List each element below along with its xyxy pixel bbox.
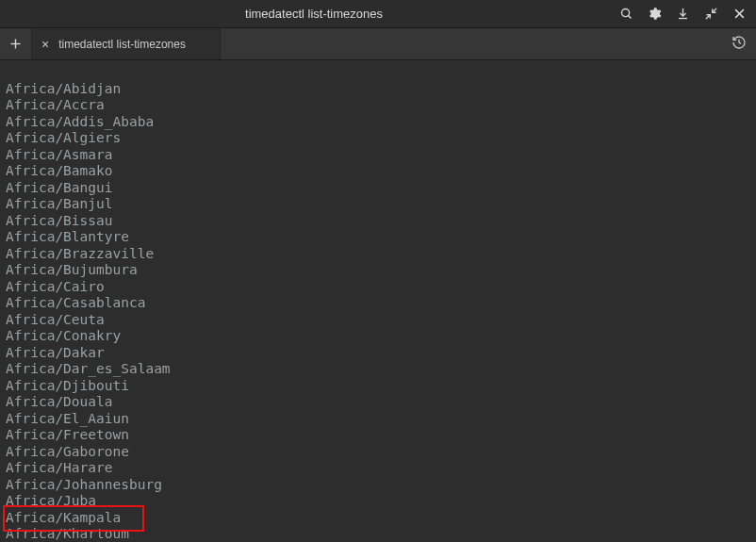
output-line: Africa/Addis_Ababa — [6, 114, 154, 129]
tab-bar: × timedatectl list-timezones — [0, 28, 756, 60]
output-line: Africa/Brazzaville — [6, 246, 154, 261]
output-line: Africa/Gaborone — [6, 444, 129, 459]
output-line: Africa/Conakry — [6, 328, 121, 343]
new-tab-button[interactable] — [0, 28, 32, 59]
output-line: Africa/Douala — [6, 394, 113, 409]
search-icon[interactable] — [618, 7, 633, 22]
terminal-output[interactable]: Africa/Abidjan Africa/Accra Africa/Addis… — [0, 60, 756, 542]
output-line: Africa/Ceuta — [6, 312, 105, 327]
output-line: Africa/Dar_es_Salaam — [6, 361, 171, 376]
output-line: Africa/El_Aaiun — [6, 411, 129, 426]
output-line: Africa/Harare — [6, 460, 113, 475]
output-line: Africa/Algiers — [6, 130, 121, 145]
output-line: Africa/Asmara — [6, 147, 113, 162]
window-title: timedatectl list-timezones — [9, 7, 618, 21]
titlebar-controls — [618, 7, 747, 22]
output-line: Africa/Bangui — [6, 180, 113, 195]
output-line: Africa/Casablanca — [6, 295, 145, 310]
output-line: Africa/Bamako — [6, 163, 113, 178]
output-line: Africa/Blantyre — [6, 229, 129, 244]
output-line: Africa/Khartoum — [6, 526, 129, 541]
close-icon[interactable] — [731, 7, 747, 22]
tabbar-right — [731, 28, 756, 59]
tab-active[interactable]: × timedatectl list-timezones — [32, 28, 221, 59]
output-line: Africa/Djibouti — [6, 378, 129, 393]
minimize-icon[interactable] — [703, 7, 718, 22]
output-line: Africa/Kampala — [6, 510, 121, 525]
svg-point-0 — [621, 9, 629, 17]
output-line: Africa/Accra — [6, 97, 105, 112]
output-line: Africa/Johannesburg — [6, 477, 162, 492]
window-titlebar: timedatectl list-timezones — [0, 0, 756, 28]
tab-close-icon[interactable]: × — [41, 38, 49, 51]
output-line: Africa/Bujumbura — [6, 262, 138, 277]
output-line: Africa/Freetown — [6, 427, 129, 442]
output-line: Africa/Cairo — [6, 279, 105, 294]
history-icon[interactable] — [731, 35, 747, 54]
output-line: Africa/Banjul — [6, 196, 113, 211]
tab-label: timedatectl list-timezones — [58, 38, 186, 51]
output-line: Africa/Bissau — [6, 213, 113, 228]
output-line: Africa/Abidjan — [6, 81, 121, 96]
output-line: Africa/Juba — [6, 493, 96, 508]
gear-icon[interactable] — [647, 7, 662, 22]
output-line: Africa/Dakar — [6, 345, 105, 360]
svg-line-1 — [628, 16, 631, 19]
download-icon[interactable] — [675, 7, 690, 22]
